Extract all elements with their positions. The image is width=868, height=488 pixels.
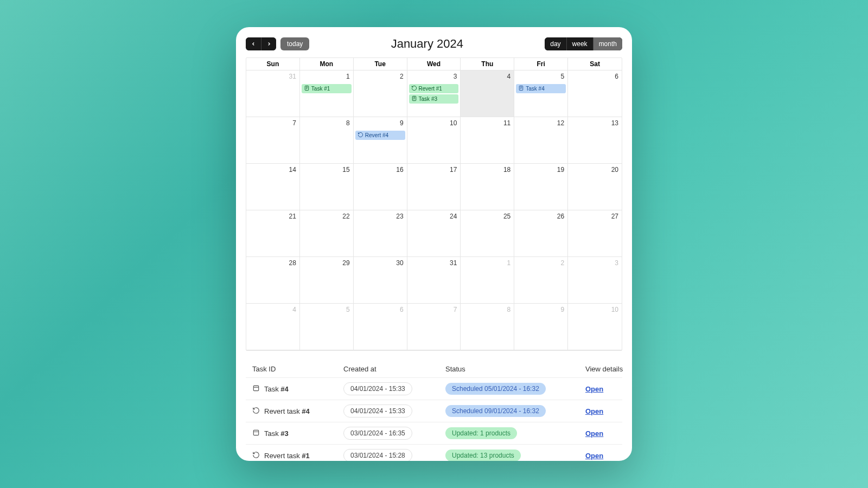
day-cell[interactable]: 6 [354, 304, 407, 350]
created-pill: 03/01/2024 - 15:28 [343, 449, 412, 461]
day-cell[interactable]: 11 [461, 117, 514, 164]
day-number: 4 [292, 306, 296, 313]
calendar-event[interactable]: Revert #4 [355, 131, 405, 140]
view-week-button[interactable]: week [566, 37, 593, 50]
day-cell[interactable]: 2 [514, 257, 568, 304]
day-number: 6 [615, 73, 618, 80]
day-cell[interactable]: 31 [246, 70, 300, 117]
view-day-button[interactable]: day [545, 37, 566, 50]
day-number: 3 [454, 73, 457, 80]
dow-cell: Sat [568, 58, 622, 70]
view-month-button[interactable]: month [593, 37, 622, 50]
day-cell[interactable]: 6 [568, 70, 622, 117]
day-cell[interactable]: 3 [568, 257, 622, 304]
calendar-event[interactable]: Task #4 [516, 84, 566, 93]
day-number: 23 [396, 213, 403, 220]
created-pill: 03/01/2024 - 16:35 [343, 427, 412, 440]
day-cell[interactable]: 30 [354, 257, 407, 304]
day-cell[interactable]: 8 [300, 117, 354, 164]
day-cell[interactable]: 7 [246, 117, 300, 164]
calendar-event[interactable]: Task #1 [302, 84, 352, 93]
task-icon [518, 85, 524, 92]
day-cell[interactable]: 28 [246, 257, 300, 304]
day-cell[interactable]: 15 [300, 164, 354, 210]
event-label: Revert #1 [419, 86, 442, 92]
day-cell[interactable]: 13 [568, 117, 622, 164]
day-number: 21 [289, 213, 296, 220]
created-pill: 04/01/2024 - 15:33 [343, 404, 412, 418]
day-cell[interactable]: 4 [461, 70, 514, 117]
open-link[interactable]: Open [585, 452, 603, 460]
day-cell[interactable]: 10 [407, 117, 461, 164]
open-link[interactable]: Open [585, 385, 603, 393]
day-number: 7 [454, 306, 457, 313]
day-cell[interactable]: 22 [300, 210, 354, 257]
task-icon [304, 85, 310, 92]
day-cell[interactable]: 26 [514, 210, 568, 257]
col-created: Created at [343, 365, 441, 373]
day-cell[interactable]: 9Revert #4 [354, 117, 407, 164]
day-cell[interactable]: 12 [514, 117, 568, 164]
day-cell[interactable]: 1Task #1 [300, 70, 354, 117]
day-cell[interactable]: 21 [246, 210, 300, 257]
day-number: 5 [346, 306, 350, 313]
open-link[interactable]: Open [585, 407, 603, 415]
day-cell[interactable]: 23 [354, 210, 407, 257]
day-number: 15 [342, 166, 349, 174]
calendar-event[interactable]: Task #3 [409, 94, 459, 104]
day-cell[interactable]: 1 [461, 257, 514, 304]
day-cell[interactable]: 20 [568, 164, 622, 210]
open-link[interactable]: Open [585, 429, 603, 438]
day-cell[interactable]: 25 [461, 210, 514, 257]
svg-rect-3 [253, 386, 258, 390]
day-cell[interactable]: 27 [568, 210, 622, 257]
col-status: Status [445, 365, 581, 373]
day-cell[interactable]: 9 [514, 304, 568, 350]
day-cell[interactable]: 14 [246, 164, 300, 210]
day-number: 18 [503, 166, 510, 174]
dow-cell: Mon [300, 58, 354, 70]
calendar-event[interactable]: Revert #1 [409, 84, 459, 93]
created-pill: 04/01/2024 - 15:33 [343, 382, 412, 395]
day-cell[interactable]: 16 [354, 164, 407, 210]
day-number: 2 [400, 73, 404, 80]
task-icon [252, 384, 260, 394]
day-number: 29 [342, 259, 349, 267]
day-number: 26 [557, 213, 564, 220]
day-number: 4 [507, 73, 511, 80]
dow-cell: Wed [407, 58, 461, 70]
today-button[interactable]: today [280, 37, 309, 50]
day-cell[interactable]: 29 [300, 257, 354, 304]
status-pill: Updated: 13 products [445, 450, 521, 461]
day-cell[interactable]: 4 [246, 304, 300, 350]
day-cell[interactable]: 18 [461, 164, 514, 210]
prev-button[interactable] [246, 37, 261, 50]
day-number: 20 [611, 166, 618, 174]
day-cell[interactable]: 5 [300, 304, 354, 350]
day-number: 22 [342, 213, 349, 220]
status-pill: Updated: 1 products [445, 427, 517, 439]
next-button[interactable] [261, 37, 276, 50]
day-cell[interactable]: 17 [407, 164, 461, 210]
day-number: 11 [503, 119, 510, 127]
day-cell[interactable]: 2 [354, 70, 407, 117]
dow-cell: Sun [246, 58, 300, 70]
day-cell[interactable]: 5Task #4 [514, 70, 568, 117]
event-label: Revert #4 [365, 132, 388, 138]
day-number: 10 [450, 119, 457, 127]
day-number: 1 [346, 73, 350, 80]
day-cell[interactable]: 3Revert #1Task #3 [407, 70, 461, 117]
day-cell[interactable]: 31 [407, 257, 461, 304]
dow-cell: Thu [461, 58, 514, 70]
day-number: 10 [611, 306, 618, 313]
day-cell[interactable]: 24 [407, 210, 461, 257]
day-cell[interactable]: 7 [407, 304, 461, 350]
day-number: 14 [289, 166, 296, 174]
day-cell[interactable]: 19 [514, 164, 568, 210]
day-of-week-header: SunMonTueWedThuFriSat [246, 58, 622, 70]
task-icon [411, 95, 417, 102]
day-cell[interactable]: 10 [568, 304, 622, 350]
day-number: 31 [289, 73, 296, 80]
day-cell[interactable]: 8 [461, 304, 514, 350]
col-details: View details [585, 365, 632, 373]
